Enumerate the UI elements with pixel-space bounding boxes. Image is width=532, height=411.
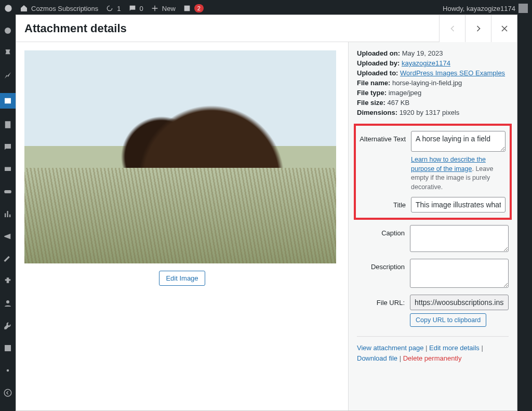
uploaded-by-link[interactable]: kayazogize1174 [402,59,450,67]
file-name-label: File name: [357,79,390,87]
svg-point-9 [4,389,11,396]
seo-icon[interactable] [3,343,12,354]
download-file-link[interactable]: Download file [357,354,397,362]
woocommerce-icon[interactable] [3,187,12,198]
plugins-icon[interactable] [3,276,12,287]
uploaded-to-label: Uploaded to: [357,69,398,77]
edit-image-button[interactable]: Edit Image [159,271,205,286]
new-label: New [162,5,176,12]
howdy-user[interactable]: Howdy, kayazogize1174 [443,4,528,13]
next-button[interactable] [465,15,491,42]
svg-rect-2 [5,98,11,104]
attachment-details-modal: Attachment details Edit Image Uploade [16,15,517,411]
dimensions-value: 1920 by 1317 pixels [400,109,460,116]
site-name[interactable]: Cozmos Subscriptions [20,4,98,12]
title-input[interactable] [411,197,506,213]
howdy-label: Howdy, kayazogize1174 [443,5,515,12]
copy-url-button[interactable]: Copy URL to clipboard [410,313,486,327]
close-button[interactable] [491,15,517,42]
pages-icon[interactable] [3,120,12,131]
file-size-label: File size: [357,99,385,107]
file-url-label: File URL: [357,295,410,307]
caption-input[interactable] [410,225,509,252]
alt-text-label: Alternative Text [358,131,411,143]
file-url-input[interactable] [410,295,509,310]
svg-rect-5 [4,190,11,193]
svg-point-8 [7,369,9,372]
yoast-item[interactable]: 2 [183,4,204,12]
edit-more-link[interactable]: Edit more details [429,344,480,352]
alt-text-input[interactable] [411,131,506,152]
file-size-value: 467 KB [388,99,410,107]
svg-point-6 [6,300,9,303]
pin-icon[interactable] [3,48,12,59]
chart-icon[interactable] [3,71,12,82]
attachment-image [24,50,336,263]
wp-logo-icon[interactable] [4,4,12,12]
alt-text-helper: Learn how to describe the purpose of the… [411,155,506,192]
users-icon[interactable] [3,299,12,310]
prev-button[interactable] [439,15,465,42]
svg-point-0 [5,5,11,11]
comments-count: 0 [140,5,143,12]
appearance-icon[interactable] [3,254,12,265]
svg-point-1 [5,28,11,34]
file-type-label: File type: [357,89,387,97]
attachment-sidebar: Uploaded on: May 19, 2023 Uploaded by: k… [348,42,517,410]
dimensions-label: Dimensions: [357,109,397,116]
settings-icon[interactable] [3,366,12,377]
highlighted-fields: Alternative Text Learn how to describe t… [354,124,512,220]
dashboard-icon[interactable] [3,26,12,37]
separator [357,336,509,337]
title-label: Title [358,197,411,209]
updates-count: 1 [117,5,121,12]
analytics-icon[interactable] [3,209,12,220]
admin-sidebar [0,17,16,411]
delete-permanently-link[interactable]: Delete permanently [403,354,462,362]
media-preview-column: Edit Image [16,42,348,410]
attachment-actions: View attachment page | Edit more details… [357,343,509,363]
file-name-value: horse-laying-in-field.jpg [392,79,462,87]
marketing-icon[interactable] [3,232,12,243]
description-input[interactable] [410,259,509,288]
avatar-icon [518,4,528,13]
collapse-icon[interactable] [3,388,12,399]
svg-rect-7 [5,345,11,351]
uploaded-on-value: May 19, 2023 [402,49,443,57]
updates-item[interactable]: 1 [105,4,121,12]
new-item[interactable]: New [151,4,176,12]
media-icon[interactable] [0,93,16,109]
tools-icon[interactable] [3,321,12,332]
file-type-value: image/jpeg [389,89,422,97]
view-attachment-link[interactable]: View attachment page [357,344,423,352]
svg-rect-3 [5,121,11,128]
comments-item[interactable]: 0 [128,4,143,12]
modal-header: Attachment details [16,15,517,42]
description-label: Description [357,259,410,271]
feedback-icon[interactable] [3,165,12,176]
comments-icon[interactable] [3,142,12,153]
svg-rect-4 [5,167,11,171]
uploaded-on-label: Uploaded on: [357,49,400,57]
uploaded-by-label: Uploaded by: [357,59,400,67]
uploaded-to-link[interactable]: WordPress Images SEO Examples [400,69,505,77]
caption-label: Caption [357,225,410,237]
yoast-badge: 2 [194,4,204,12]
site-name-label: Cozmos Subscriptions [31,5,98,12]
modal-title: Attachment details [16,22,127,35]
